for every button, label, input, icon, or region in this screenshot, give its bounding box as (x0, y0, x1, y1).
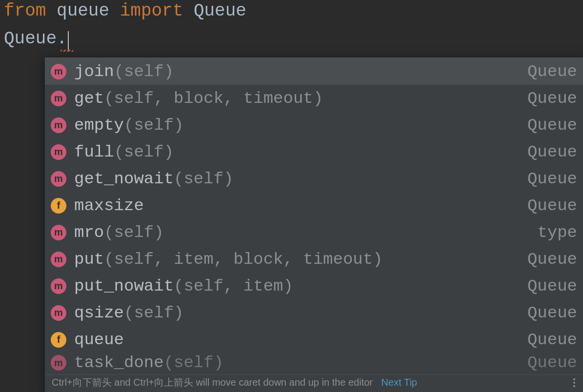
suggestion-signature: qsize(self) (74, 304, 523, 322)
text-caret (68, 31, 69, 51)
suggestion-name: put (74, 250, 104, 269)
suggestion-name: empty (74, 116, 124, 135)
next-tip-link[interactable]: Next Tip (382, 377, 417, 388)
suggestion-item[interactable]: mget(self, block, timeout)Queue (45, 85, 583, 112)
suggestion-item[interactable]: mjoin(self)Queue (45, 58, 583, 85)
suggestion-item[interactable]: mget_nowait(self)Queue (45, 165, 583, 192)
suggestion-signature: queue (74, 331, 523, 349)
suggestion-params: (self) (174, 170, 233, 188)
autocomplete-popup[interactable]: mjoin(self)Queuemget(self, block, timeou… (45, 58, 583, 392)
suggestion-origin: Queue (523, 62, 577, 81)
suggestion-list[interactable]: mjoin(self)Queuemget(self, block, timeou… (45, 58, 583, 374)
suggestion-item[interactable]: mtask_done(self)Queue (45, 353, 583, 372)
suggestion-name: put_nowait (74, 277, 174, 295)
suggestion-signature: get_nowait(self) (74, 170, 523, 188)
suggestion-params: (self, item) (174, 277, 293, 295)
suggestion-signature: put(self, item, block, timeout) (74, 250, 523, 269)
suggestion-params: (self) (114, 143, 174, 161)
suggestion-origin: Queue (523, 170, 577, 188)
suggestion-name: queue (74, 331, 124, 349)
suggestion-signature: empty(self) (74, 116, 523, 135)
suggestion-name: get (74, 89, 104, 108)
suggestion-origin: type (532, 223, 577, 242)
code-area[interactable]: from queue import Queue Queue. (0, 0, 583, 51)
suggestion-origin: Queue (523, 353, 577, 372)
suggestion-name: full (74, 143, 114, 161)
typed-text: Queue. (4, 29, 67, 49)
method-icon: m (51, 252, 66, 267)
suggestion-item[interactable]: mmro(self)type (45, 219, 583, 246)
code-line-2: Queue. (4, 28, 579, 51)
keyword-import: import (120, 1, 183, 21)
suggestion-origin: Queue (523, 89, 577, 108)
suggestion-params: (self) (114, 62, 174, 81)
hint-text: Ctrl+向下箭头 and Ctrl+向上箭头 will move caret … (52, 376, 373, 389)
method-icon: m (51, 144, 66, 160)
suggestion-params: (self) (124, 304, 183, 322)
class-name: Queue (194, 1, 246, 21)
field-icon: f (51, 332, 66, 348)
suggestion-signature: full(self) (74, 143, 523, 161)
suggestion-params: (self) (104, 223, 163, 242)
suggestion-name: mro (74, 223, 104, 242)
method-icon: m (51, 355, 66, 371)
suggestion-signature: task_done(self) (74, 353, 523, 372)
keyword-from: from (4, 1, 46, 21)
popup-footer: Ctrl+向下箭头 and Ctrl+向上箭头 will move caret … (45, 374, 583, 392)
suggestion-item[interactable]: mfull(self)Queue (45, 138, 583, 165)
suggestion-name: task_done (74, 353, 164, 372)
suggestion-params: (self) (164, 353, 223, 372)
suggestion-origin: Queue (523, 331, 577, 349)
suggestion-name: maxsize (74, 196, 144, 215)
suggestion-item[interactable]: mput(self, item, block, timeout)Queue (45, 246, 583, 273)
method-icon: m (51, 278, 66, 294)
method-icon: m (51, 91, 66, 106)
suggestion-origin: Queue (523, 304, 577, 322)
suggestion-origin: Queue (523, 143, 577, 161)
error-squiggle (60, 50, 73, 52)
suggestion-signature: join(self) (74, 62, 523, 81)
suggestion-item[interactable]: mput_nowait(self, item)Queue (45, 273, 583, 299)
suggestion-origin: Queue (523, 196, 577, 215)
suggestion-params: (self, block, timeout) (104, 89, 323, 108)
method-icon: m (51, 64, 66, 79)
suggestion-name: join (74, 62, 114, 81)
suggestion-signature: mro(self) (74, 223, 532, 242)
suggestion-signature: maxsize (74, 196, 523, 215)
suggestion-origin: Queue (523, 250, 577, 269)
method-icon: m (51, 171, 66, 187)
suggestion-signature: put_nowait(self, item) (74, 277, 523, 295)
field-icon: f (51, 198, 66, 214)
module-name: queue (57, 1, 109, 21)
method-icon: m (51, 305, 66, 321)
method-icon: m (51, 225, 66, 240)
more-options-icon[interactable] (573, 378, 576, 387)
suggestion-name: qsize (74, 304, 124, 322)
method-icon: m (51, 118, 66, 133)
suggestion-params: (self, item, block, timeout) (104, 250, 382, 269)
suggestion-signature: get(self, block, timeout) (74, 89, 523, 108)
suggestion-params: (self) (124, 116, 183, 135)
code-editor[interactable]: from queue import Queue Queue. mjoin(sel… (0, 0, 583, 392)
suggestion-name: get_nowait (74, 170, 174, 188)
suggestion-item[interactable]: fqueueQueue (45, 326, 583, 353)
code-line-1: from queue import Queue (4, 0, 579, 23)
suggestion-origin: Queue (523, 116, 577, 135)
suggestion-origin: Queue (523, 277, 577, 295)
suggestion-item[interactable]: mqsize(self)Queue (45, 299, 583, 326)
suggestion-item[interactable]: fmaxsizeQueue (45, 192, 583, 219)
suggestion-item[interactable]: mempty(self)Queue (45, 112, 583, 138)
